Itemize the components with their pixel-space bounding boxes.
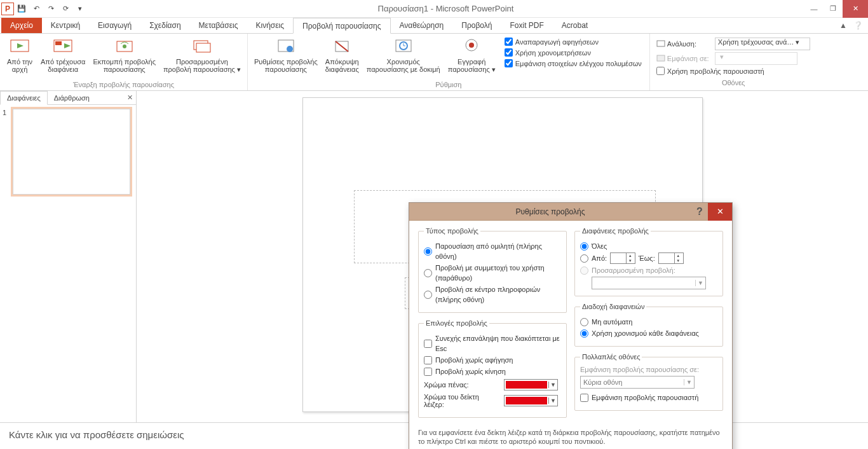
- slides-panel: Διαφάνειες Διάρθρωση ✕ 1: [0, 91, 137, 422]
- tab-foxit[interactable]: Foxit PDF: [501, 18, 552, 33]
- group-setup: Ρυθμίσεις προβολής παρουσίασης Απόκρυψη …: [248, 34, 650, 90]
- laser-color-select[interactable]: ▼: [504, 395, 558, 406]
- chk-media-controls[interactable]: Εμφάνιση στοιχείων ελέγχου πολυμέσων: [505, 59, 642, 67]
- radio-manual[interactable]: Μη αυτόματη: [580, 317, 717, 327]
- custom-show-button[interactable]: Προσαρμοσμένη προβολή παρουσίασης ▾: [161, 35, 243, 79]
- from-beginning-button[interactable]: Από την αρχή: [4, 35, 36, 79]
- tab-transitions[interactable]: Μεταβάσεις: [190, 18, 247, 33]
- pen-color-select[interactable]: ▼: [504, 379, 558, 390]
- from-current-button[interactable]: Από τρέχουσα διαφάνεια: [38, 35, 88, 79]
- tab-view[interactable]: Προβολή: [452, 18, 501, 33]
- redo-icon[interactable]: ↷: [44, 2, 58, 16]
- svg-point-18: [469, 43, 474, 48]
- spin-to[interactable]: ▲▼: [658, 252, 684, 264]
- group-monitors: Ανάλυση: Χρήση τρέχουσας ανά… ▾ Εμφάνιση…: [650, 34, 817, 90]
- radio-kiosk[interactable]: Προβολή σε κέντρο πληροφοριών (πλήρης οθ…: [424, 284, 561, 305]
- group-multiple-monitors: Πολλαπλές οθόνες Εμφάνιση προβολής παρου…: [574, 353, 723, 411]
- tab-slideshow[interactable]: Προβολή παρουσίασης: [293, 18, 391, 34]
- radio-individual[interactable]: Προβολή με συμμετοχή του χρήστη (παράθυρ…: [424, 263, 561, 283]
- svg-rect-19: [657, 41, 665, 46]
- svg-rect-20: [657, 55, 665, 61]
- laser-color-row[interactable]: Χρώμα του δείκτη λέιζερ: ▼: [424, 393, 561, 408]
- group-show-slides: Διαφάνειες προβολής Όλες Από: ▲▼ Έως: ▲▼…: [574, 227, 723, 296]
- group-label: Έναρξη προβολής παρουσίασης: [4, 79, 243, 90]
- window-controls: — ❐ ✕: [804, 0, 868, 18]
- close-button[interactable]: ✕: [843, 0, 868, 18]
- tab-slides[interactable]: Διαφάνειες: [0, 91, 48, 105]
- lbl: Ρυθμίσεις προβολής παρουσίασης: [254, 58, 318, 73]
- tab-acrobat[interactable]: Acrobat: [553, 18, 597, 33]
- radio-all[interactable]: Όλες: [580, 241, 717, 251]
- dialog-title: Ρυθμίσεις προβολής: [409, 207, 691, 216]
- group-advance: Διαδοχή διαφανειών Μη αυτόματη Χρήση χρο…: [574, 303, 723, 347]
- tab-design[interactable]: Σχεδίαση: [140, 18, 189, 33]
- repeat-icon[interactable]: ⟳: [58, 2, 72, 16]
- laser-hint: Για να εμφανίσετε ένα δείκτη λέιζερ κατά…: [418, 428, 723, 446]
- legend: Πολλαπλές οθόνες: [580, 353, 642, 361]
- pen-color-row[interactable]: Χρώμα πένας: ▼: [424, 379, 561, 390]
- close-panel-icon[interactable]: ✕: [123, 91, 136, 104]
- qat-customize-icon[interactable]: ▾: [73, 2, 87, 16]
- lbl: Απόκρυψη διαφάνειας: [325, 58, 359, 73]
- thumb-1[interactable]: 1: [3, 109, 133, 195]
- radio-custom-show: Προσαρμοσμένη προβολή:: [580, 265, 717, 275]
- chk-no-narration[interactable]: Προβολή χωρίς αφήγηση: [424, 355, 561, 365]
- svg-point-6: [123, 45, 126, 48]
- monitor-combo: Κύρια οθόνη▼: [580, 376, 695, 389]
- group-label: Οθόνες: [654, 78, 813, 88]
- setup-button[interactable]: Ρυθμίσεις προβολής παρουσίασης: [252, 35, 320, 79]
- lbl: Εκπομπή προβολής παρουσίασης: [93, 58, 156, 73]
- spin-from[interactable]: ▲▼: [610, 252, 635, 264]
- hide-slide-button[interactable]: Απόκρυψη διαφάνειας: [323, 35, 362, 79]
- record-button[interactable]: Εγγραφή παρουσίασης ▾: [445, 35, 498, 79]
- resolution-select[interactable]: Χρήση τρέχουσας ανά… ▾: [715, 38, 811, 50]
- showon-row: Εμφάνιση σε: ▾: [656, 52, 811, 65]
- lbl: Εγγραφή παρουσίασης ▾: [448, 58, 496, 74]
- svg-point-10: [287, 46, 293, 52]
- minimize-button[interactable]: —: [804, 0, 824, 18]
- legend: Τύπος προβολής: [424, 227, 480, 235]
- tab-outline[interactable]: Διάρθρωση: [48, 91, 96, 104]
- thumbnails[interactable]: 1: [0, 105, 136, 422]
- tab-review[interactable]: Αναθεώρηση: [391, 18, 453, 33]
- radio-timings[interactable]: Χρήση χρονισμού κάθε διαφάνειας: [580, 328, 717, 338]
- dialog-close-icon[interactable]: ✕: [708, 203, 732, 221]
- legend: Διαφάνειες προβολής: [580, 227, 651, 235]
- ribbon-tabs: Αρχείο Κεντρική Εισαγωγή Σχεδίαση Μεταβά…: [0, 18, 868, 34]
- tab-home[interactable]: Κεντρική: [42, 18, 89, 33]
- undo-icon[interactable]: ↶: [29, 2, 43, 16]
- app-icon[interactable]: P: [1, 3, 14, 15]
- rehearse-button[interactable]: Χρονισμός παρουσίασης με δοκιμή: [364, 35, 443, 79]
- chk-narrations[interactable]: Αναπαραγωγή αφηγήσεων: [505, 38, 642, 46]
- group-show-type: Τύπος προβολής Παρουσίαση από ομιλητή (π…: [418, 227, 567, 313]
- save-icon[interactable]: 💾: [15, 2, 29, 16]
- tab-animations[interactable]: Κινήσεις: [247, 18, 294, 33]
- chk-presenter[interactable]: Εμφάνιση προβολής παρουσιαστή: [580, 392, 717, 403]
- lbl: Από τρέχουσα διαφάνεια: [41, 58, 85, 73]
- dialog-help-icon[interactable]: ?: [691, 206, 708, 218]
- chk-loop[interactable]: Συνεχής επανάληψη που διακόπτεται με Esc: [424, 333, 561, 354]
- ribbon-collapse[interactable]: ▲ ❔: [839, 18, 868, 33]
- tab-insert[interactable]: Εισαγωγή: [89, 18, 140, 33]
- radio-speaker[interactable]: Παρουσίαση από ομιλητή (πλήρης οθόνη): [424, 241, 561, 261]
- file-tab[interactable]: Αρχείο: [1, 18, 42, 33]
- slide-canvas[interactable]: ιτλο Ρυθμίσεις προβολής ? ✕ Τύπος προβολ…: [137, 91, 868, 422]
- group-start: Από την αρχή Από τρέχουσα διαφάνεια Εκπο…: [0, 34, 248, 90]
- dialog-titlebar[interactable]: Ρυθμίσεις προβολής ? ✕: [409, 203, 732, 221]
- legend: Επιλογές προβολής: [424, 319, 489, 327]
- showon-select: ▾: [715, 52, 797, 65]
- lbl: Από την αρχή: [7, 58, 32, 73]
- chk-no-animation[interactable]: Προβολή χωρίς κίνηση: [424, 366, 561, 376]
- maximize-button[interactable]: ❐: [824, 0, 843, 18]
- titlebar: P 💾 ↶ ↷ ⟳ ▾ Παρουσίαση1 - Microsoft Powe…: [0, 0, 868, 18]
- chk-timings[interactable]: Χρήση χρονομετρήσεων: [505, 48, 642, 57]
- resolution-row[interactable]: Ανάλυση: Χρήση τρέχουσας ανά… ▾: [656, 38, 811, 50]
- group-label: Ρύθμιση: [252, 79, 646, 90]
- chk-presenter-view[interactable]: Χρήση προβολής παρουσιαστή: [656, 67, 811, 75]
- broadcast-button[interactable]: Εκπομπή προβολής παρουσίασης: [90, 35, 158, 79]
- quick-access-toolbar: P 💾 ↶ ↷ ⟳ ▾: [1, 2, 87, 16]
- thumb-preview[interactable]: [13, 109, 130, 195]
- ribbon: Από την αρχή Από τρέχουσα διαφάνεια Εκπο…: [0, 34, 868, 91]
- setup-show-dialog: Ρυθμίσεις προβολής ? ✕ Τύπος προβολής Πα…: [409, 202, 733, 449]
- radio-range[interactable]: Από: ▲▼ Έως: ▲▼: [580, 252, 717, 264]
